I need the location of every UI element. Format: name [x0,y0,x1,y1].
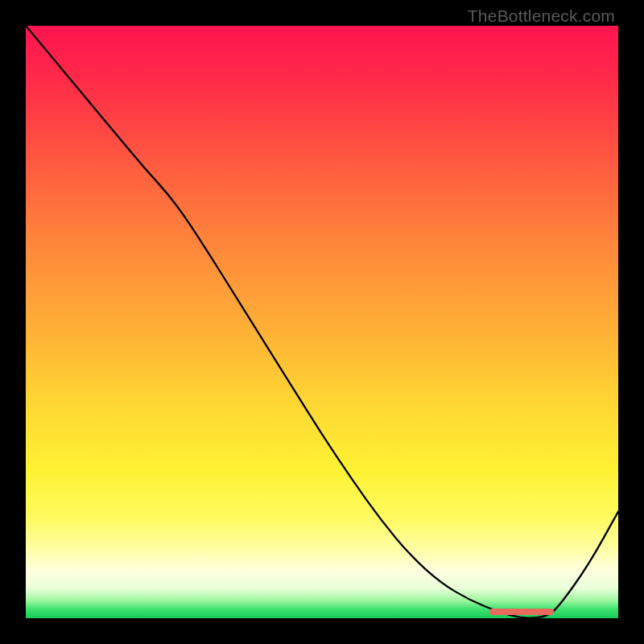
optimum-range-marker [489,609,554,615]
watermark-text: TheBottleneck.com [468,6,615,26]
bottleneck-curve [26,26,618,618]
plot-frame [26,26,618,618]
